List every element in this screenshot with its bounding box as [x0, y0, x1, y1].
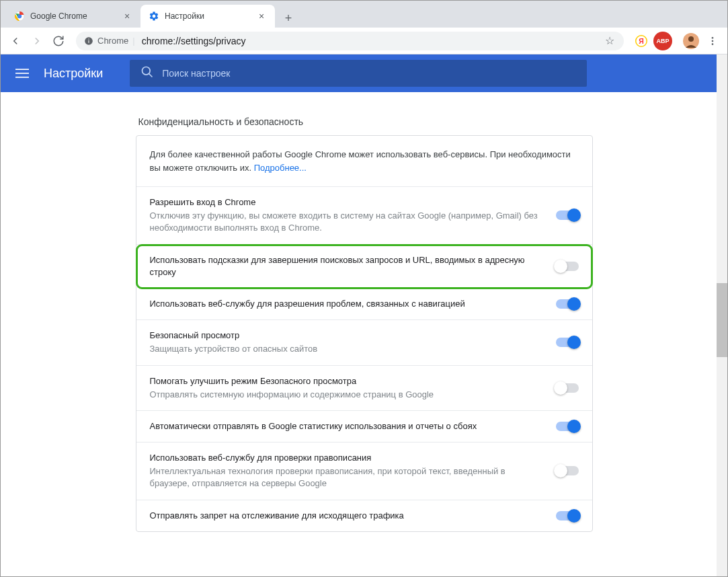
setting-text: Помогать улучшить режим Безопасного прос…: [150, 375, 545, 401]
toolbar: Chrome | ☆ Я ABP: [1, 28, 727, 54]
setting-row: Автоматически отправлять в Google статис…: [136, 411, 592, 443]
svg-rect-17: [15, 73, 29, 74]
svg-text:Я: Я: [639, 36, 644, 44]
learn-more-link[interactable]: Подробнее...: [254, 163, 307, 173]
vertical-scrollbar[interactable]: [717, 54, 727, 576]
toggle-switch[interactable]: [556, 511, 579, 521]
browser-window: Google Chrome × Настройки × + Chrome | ☆…: [0, 0, 728, 577]
svg-rect-16: [15, 69, 29, 70]
setting-label: Автоматически отправлять в Google статис…: [150, 420, 545, 432]
section-title: Конфиденциальность и безопасность: [136, 106, 593, 135]
toggle-knob: [567, 509, 581, 523]
tab-settings[interactable]: Настройки ×: [140, 5, 275, 28]
setting-text: Отправлять запрет на отслеживание для ис…: [150, 510, 545, 522]
address-bar[interactable]: Chrome | ☆: [76, 32, 624, 50]
svg-point-13: [712, 37, 714, 39]
close-icon[interactable]: ×: [122, 11, 132, 22]
settings-page: Настройки Конфиденциальность и безопасно…: [1, 54, 727, 576]
svg-point-19: [143, 67, 151, 75]
secure-label: Chrome: [97, 36, 128, 46]
toggle-switch[interactable]: [556, 338, 579, 347]
close-icon[interactable]: ×: [256, 11, 267, 22]
setting-text: Безопасный просмотрЗащищать устройство о…: [150, 330, 545, 355]
setting-row: Разрешить вход в ChromeОтключив эту функ…: [136, 187, 592, 245]
search-settings-box[interactable]: [130, 60, 587, 87]
tab-google-chrome[interactable]: Google Chrome ×: [6, 5, 140, 28]
setting-label: Использовать подсказки для завершения по…: [150, 254, 545, 278]
tab-title: Настройки: [165, 11, 251, 21]
bookmark-star-icon[interactable]: ☆: [605, 34, 616, 47]
setting-text: Автоматически отправлять в Google статис…: [150, 420, 545, 432]
setting-sublabel: Интеллектуальная технология проверки пра…: [150, 465, 545, 490]
toggle-switch[interactable]: [556, 383, 579, 393]
setting-row: Помогать улучшить режим Безопасного прос…: [136, 366, 592, 411]
toggle-switch[interactable]: [556, 299, 579, 309]
toggle-knob: [554, 381, 567, 395]
toggle-switch[interactable]: [556, 210, 579, 220]
chrome-menu-button[interactable]: [703, 32, 722, 50]
setting-label: Использовать веб-службу для проверки пра…: [150, 452, 545, 464]
toggle-knob: [567, 208, 581, 222]
svg-point-14: [712, 40, 714, 42]
extension-yandex-icon[interactable]: Я: [632, 32, 651, 50]
privacy-card: Для более качественной работы Google Chr…: [136, 135, 593, 532]
search-icon: [140, 65, 154, 81]
settings-body: Конфиденциальность и безопасность Для бо…: [1, 92, 727, 559]
setting-text: Использовать подсказки для завершения по…: [150, 254, 545, 278]
scrollbar-thumb[interactable]: [717, 283, 727, 357]
content-area: Настройки Конфиденциальность и безопасно…: [1, 54, 727, 576]
svg-rect-8: [88, 38, 89, 39]
toggle-knob: [567, 336, 581, 349]
url-input[interactable]: [142, 36, 598, 46]
toggle-switch[interactable]: [556, 422, 579, 431]
toggle-switch[interactable]: [556, 466, 579, 475]
tab-title: Google Chrome: [30, 11, 116, 21]
intro-text: Для более качественной работы Google Chr…: [136, 136, 592, 187]
toggle-knob: [567, 420, 581, 433]
svg-line-20: [149, 74, 153, 77]
svg-point-15: [712, 43, 714, 45]
setting-sublabel: Отправлять системную информацию и содерж…: [150, 389, 545, 401]
chrome-icon: [14, 11, 25, 22]
toggle-knob: [567, 297, 581, 311]
svg-rect-18: [15, 77, 29, 78]
extension-separator: [675, 32, 679, 50]
setting-label: Отправлять запрет на отслеживание для ис…: [150, 510, 545, 522]
setting-label: Использовать веб-службу для разрешения п…: [150, 298, 545, 310]
toggle-knob: [554, 464, 567, 477]
setting-row: Отправлять запрет на отслеживание для ис…: [136, 500, 592, 531]
gear-icon: [149, 11, 159, 22]
setting-label: Разрешить вход в Chrome: [150, 196, 545, 208]
reload-button[interactable]: [49, 32, 68, 50]
new-tab-button[interactable]: +: [279, 9, 298, 28]
setting-text: Разрешить вход в ChromeОтключив эту функ…: [150, 196, 545, 235]
setting-row: Использовать веб-службу для разрешения п…: [136, 288, 592, 320]
settings-header: Настройки: [1, 54, 727, 92]
tab-strip: Google Chrome × Настройки × +: [1, 1, 727, 28]
setting-sublabel: Отключив эту функцию, вы сможете входить…: [150, 210, 545, 234]
setting-text: Использовать веб-службу для разрешения п…: [150, 298, 545, 310]
profile-avatar[interactable]: [682, 32, 700, 50]
setting-row: Использовать веб-службу для проверки пра…: [136, 443, 592, 500]
page-title: Настройки: [44, 67, 103, 81]
toggle-switch[interactable]: [556, 262, 579, 271]
setting-label: Безопасный просмотр: [150, 330, 545, 342]
intro-body: Для более качественной работы Google Chr…: [150, 149, 571, 173]
setting-row: Безопасный просмотрЗащищать устройство о…: [136, 320, 592, 365]
search-settings-input[interactable]: [162, 68, 576, 79]
svg-rect-7: [88, 40, 89, 42]
setting-text: Использовать веб-службу для проверки пра…: [150, 452, 545, 490]
setting-row: Использовать подсказки для завершения по…: [136, 245, 592, 288]
svg-point-12: [688, 36, 694, 42]
forward-button[interactable]: [28, 32, 46, 50]
back-button[interactable]: [6, 32, 25, 50]
site-info-icon[interactable]: Chrome |: [84, 36, 135, 46]
setting-label: Помогать улучшить режим Безопасного прос…: [150, 375, 545, 387]
setting-sublabel: Защищать устройство от опасных сайтов: [150, 343, 545, 355]
extension-adblock-icon[interactable]: ABP: [653, 32, 672, 50]
menu-icon[interactable]: [14, 65, 30, 81]
toggle-knob: [554, 260, 567, 273]
